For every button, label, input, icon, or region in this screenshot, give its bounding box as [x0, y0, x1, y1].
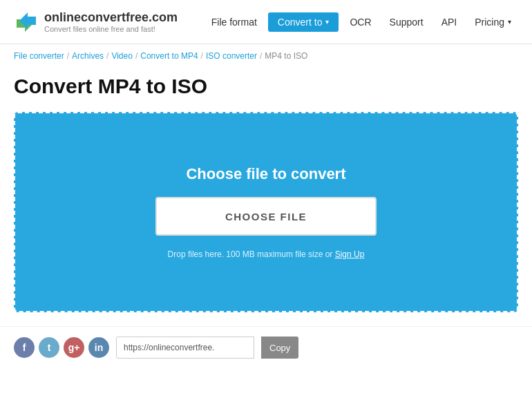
nav-convert-to[interactable]: Convert to ▾ [268, 12, 339, 32]
share-url-input[interactable] [116, 337, 254, 359]
page-title: Convert MP4 to ISO [0, 68, 532, 112]
nav-pricing[interactable]: Pricing ▾ [468, 12, 518, 32]
breadcrumb: File converter / Archives / Video / Conv… [0, 44, 532, 68]
drop-hint: Drop files here. 100 MB maximum file siz… [168, 249, 365, 259]
sign-up-link[interactable]: Sign Up [335, 249, 365, 259]
copy-button[interactable]: Copy [261, 337, 298, 359]
breadcrumb-current: MP4 to ISO [265, 51, 307, 61]
breadcrumb-file-converter[interactable]: File converter [14, 51, 64, 61]
social-icons: f t g+ in [14, 337, 109, 358]
logo-title: onlineconvertfree.com [44, 10, 178, 25]
nav-support[interactable]: Support [383, 12, 430, 32]
google-plus-icon[interactable]: g+ [64, 337, 84, 358]
linkedin-icon[interactable]: in [88, 337, 109, 358]
nav-file-format[interactable]: File format [205, 12, 264, 32]
logo-icon [14, 10, 39, 35]
breadcrumb-archives[interactable]: Archives [72, 51, 104, 61]
main-nav: File format Convert to ▾ OCR Support API… [205, 12, 518, 32]
convert-box-title: Choose file to convert [186, 165, 345, 183]
chevron-down-icon: ▾ [325, 18, 329, 26]
breadcrumb-convert-to-mp4[interactable]: Convert to MP4 [140, 51, 198, 61]
header: onlineconvertfree.com Convert files onli… [0, 0, 532, 44]
convert-box: Choose file to convert CHOOSE FILE Drop … [14, 112, 518, 312]
facebook-icon[interactable]: f [14, 337, 35, 358]
nav-ocr[interactable]: OCR [343, 12, 378, 32]
logo-subtitle: Convert files online free and fast! [44, 25, 178, 33]
chevron-down-icon: ▾ [508, 18, 511, 26]
logo-text-block: onlineconvertfree.com Convert files onli… [44, 10, 178, 33]
footer-bar: f t g+ in Copy [0, 326, 532, 368]
breadcrumb-iso-converter[interactable]: ISO converter [206, 51, 257, 61]
choose-file-button[interactable]: CHOOSE FILE [155, 197, 377, 236]
logo-area: onlineconvertfree.com Convert files onli… [14, 10, 178, 35]
twitter-icon[interactable]: t [39, 337, 59, 358]
nav-api[interactable]: API [435, 12, 464, 32]
breadcrumb-video[interactable]: Video [111, 51, 132, 61]
